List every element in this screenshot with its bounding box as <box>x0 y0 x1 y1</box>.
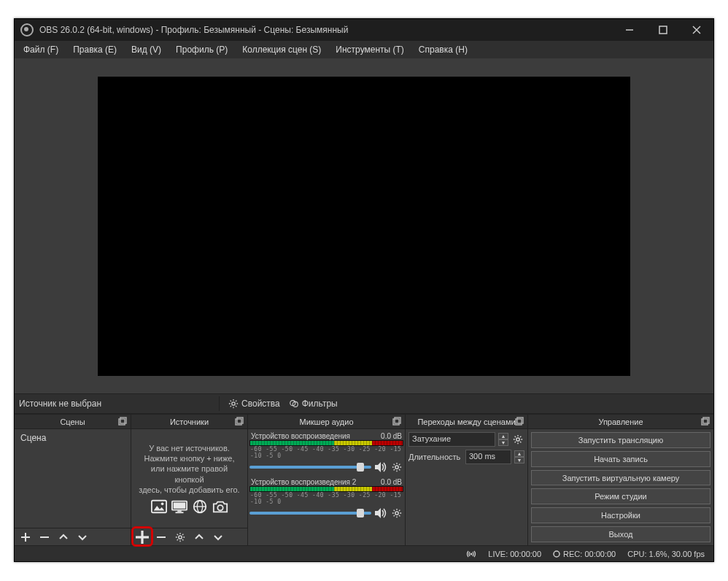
add-source-button[interactable] <box>136 531 149 544</box>
transitions-title: Переходы между сценами <box>417 418 515 426</box>
transition-settings[interactable] <box>511 433 524 446</box>
maximize-button[interactable] <box>646 19 680 41</box>
close-button[interactable] <box>680 19 713 41</box>
status-cpu: CPU: 1.6%, 30.00 fps <box>627 550 705 558</box>
sources-empty-l3: или нажмите правой кнопкой <box>136 463 243 485</box>
gear-icon <box>228 399 239 409</box>
status-rec: REC: 00:00:00 <box>553 550 616 558</box>
svg-rect-7 <box>119 419 125 425</box>
studio-mode-button[interactable]: Режим студии <box>531 488 710 504</box>
settings-button[interactable]: Настройки <box>531 507 710 523</box>
start-virtual-camera-button[interactable]: Запустить виртуальную камеру <box>531 470 710 486</box>
mixer-title: Микшер аудио <box>299 418 353 426</box>
menu-scene-collection[interactable]: Коллекция сцен (S) <box>236 43 327 56</box>
source-up-button[interactable] <box>193 531 206 544</box>
transitions-dock: Переходы между сценами Затухание ▲▼ Длит… <box>406 415 528 545</box>
sources-title: Источники <box>170 418 209 426</box>
source-down-button[interactable] <box>212 531 225 544</box>
menu-help[interactable]: Справка (H) <box>413 43 473 56</box>
svg-rect-18 <box>173 503 185 509</box>
sources-header: Источники <box>131 415 247 429</box>
menu-tools[interactable]: Инструменты (T) <box>330 43 409 56</box>
properties-button[interactable]: Свойства <box>224 397 284 410</box>
menu-file[interactable]: Файл (F) <box>18 43 64 56</box>
svg-rect-19 <box>177 511 182 512</box>
mixer-body: Устройство воспроизведения 0.0 dB -60 -5… <box>248 429 405 545</box>
channel-2-db: 0.0 dB <box>381 478 402 486</box>
speaker-icon[interactable] <box>374 507 387 519</box>
svg-rect-13 <box>237 418 243 423</box>
window-title: OBS 26.0.2 (64-bit, windows) - Профиль: … <box>39 25 613 35</box>
sources-empty-l2: Нажмите кнопку + ниже, <box>144 453 235 463</box>
svg-point-34 <box>395 512 398 515</box>
svg-rect-35 <box>516 419 522 425</box>
menubar: Файл (F) Правка (E) Вид (V) Профиль (P) … <box>15 41 713 58</box>
popout-icon[interactable] <box>514 416 524 426</box>
mixer-channel-2: Устройство воспроизведения 2 0.0 dB -60 … <box>249 478 403 520</box>
sources-list[interactable]: У вас нет источников. Нажмите кнопку + н… <box>131 429 247 528</box>
controls-dock: Управление Запустить трансляцию Начать з… <box>528 415 713 545</box>
scene-item[interactable]: Сцена <box>16 431 129 445</box>
channel-2-volume-slider[interactable] <box>249 512 371 515</box>
camera-icon <box>212 499 228 514</box>
popout-icon[interactable] <box>234 416 244 426</box>
scenes-header: Сцены <box>15 415 131 429</box>
exit-button[interactable]: Выход <box>531 526 710 542</box>
menu-edit[interactable]: Правка (E) <box>67 43 123 56</box>
sources-dock: Источники У вас нет источников. Нажмите … <box>131 415 248 545</box>
svg-point-24 <box>217 505 222 510</box>
scenes-title: Сцены <box>60 418 85 426</box>
mixer-dock: Микшер аудио Устройство воспроизведения … <box>248 415 406 545</box>
status-live: LIVE: 00:00:00 <box>488 550 541 558</box>
start-recording-button[interactable]: Начать запись <box>531 451 710 467</box>
svg-point-37 <box>516 438 519 441</box>
sources-empty-l4: здесь, чтобы добавить его. <box>139 485 239 495</box>
scenes-list[interactable]: Сцена <box>15 429 131 528</box>
menu-view[interactable]: Вид (V) <box>125 43 167 56</box>
popout-icon[interactable] <box>117 416 128 426</box>
start-streaming-button[interactable]: Запустить трансляцию <box>531 432 710 448</box>
channel-1-meter <box>249 440 403 446</box>
obs-main-window: OBS 26.0.2 (64-bit, windows) - Профиль: … <box>14 18 714 562</box>
remove-scene-button[interactable] <box>38 531 51 544</box>
add-scene-button[interactable] <box>19 531 32 544</box>
transition-select[interactable]: Затухание <box>408 432 495 447</box>
scene-up-button[interactable] <box>57 531 70 544</box>
filters-icon <box>289 399 299 409</box>
no-source-label: Источник не выбран <box>19 399 101 409</box>
source-properties-button[interactable] <box>174 531 187 544</box>
channel-1-volume-slider[interactable] <box>249 466 371 469</box>
broadcast-icon <box>466 550 476 558</box>
scene-down-button[interactable] <box>76 531 89 544</box>
svg-rect-38 <box>702 419 708 425</box>
sources-empty-message: У вас нет источников. Нажмите кнопку + н… <box>133 431 246 526</box>
monitor-icon <box>171 499 187 514</box>
svg-rect-20 <box>175 512 183 514</box>
svg-marker-33 <box>375 508 381 518</box>
duration-spinner[interactable]: ▲▼ <box>514 450 524 463</box>
popout-icon[interactable] <box>700 416 710 426</box>
transitions-header: Переходы между сценами <box>406 415 527 429</box>
transition-spinner[interactable]: ▲▼ <box>498 433 508 446</box>
remove-source-button[interactable] <box>155 531 168 544</box>
minimize-button[interactable] <box>613 19 646 41</box>
preview-canvas[interactable] <box>98 77 630 376</box>
controls-body: Запустить трансляцию Начать запись Запус… <box>528 429 713 545</box>
svg-point-41 <box>554 551 559 557</box>
speaker-icon[interactable] <box>374 461 387 473</box>
svg-rect-30 <box>395 418 400 423</box>
filters-button[interactable]: Фильтры <box>284 397 342 410</box>
channel-2-meter <box>249 486 403 492</box>
duration-input[interactable]: 300 ms <box>465 450 511 464</box>
channel-1-name: Устройство воспроизведения <box>251 432 350 440</box>
transitions-body: Затухание ▲▼ Длительность 300 ms ▲▼ <box>406 429 527 545</box>
channel-2-settings[interactable] <box>390 507 403 520</box>
popout-icon[interactable] <box>392 416 402 426</box>
menu-profile[interactable]: Профиль (P) <box>170 43 233 56</box>
mixer-header: Микшер аудио <box>248 415 405 429</box>
channel-1-settings[interactable] <box>390 461 403 474</box>
svg-rect-1 <box>659 26 667 34</box>
source-type-icons <box>151 499 228 514</box>
svg-point-40 <box>471 553 473 555</box>
globe-icon <box>192 499 208 514</box>
